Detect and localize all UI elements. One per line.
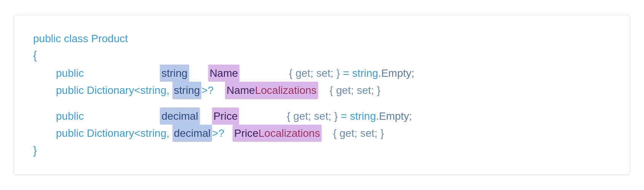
prop-name: Name (208, 65, 240, 82)
localizations-suffix-2: Localizations (258, 127, 320, 139)
keyword-public: public class Product (33, 30, 128, 47)
empty-suffix-2: .Empty; (376, 108, 412, 124)
assign-string-2: = string (338, 108, 376, 124)
prop-price-localizations: PriceLocalizations (233, 125, 322, 142)
accessor-price: { get; set; } (287, 108, 338, 124)
type-string-1: string (160, 65, 189, 82)
close-brace: } (33, 142, 37, 160)
name-string-line: public string Name { get; set; } = strin… (33, 65, 611, 82)
assign-string: = string (340, 65, 378, 81)
accessor-name-loc: { get; set; } (330, 82, 381, 98)
accessor-name: { get; set; } (289, 65, 340, 81)
empty-suffix: .Empty; (378, 65, 414, 81)
kw-public-2: public (56, 108, 84, 124)
price-dict-line: public Dictionary<string, decimal >? Pri… (33, 125, 611, 142)
prop-name-localizations-1: NameLocalizations (225, 82, 318, 99)
spacer-1 (33, 99, 611, 108)
kw-public-dict-2: public Dictionary<string, (56, 125, 172, 141)
kw-public-dict-1: public Dictionary<string, (56, 82, 172, 98)
type-decimal-1: decimal (160, 108, 199, 125)
name-dict-line: public Dictionary<string, string >? Name… (33, 82, 611, 99)
price-decimal-line: public decimal Price { get; set; } = str… (33, 108, 611, 125)
accessor-price-loc: { get; set; } (333, 125, 384, 141)
type-decimal-dict: decimal (172, 125, 212, 142)
type-string-dict-1: string (172, 82, 201, 99)
class-declaration-line: public class Product (33, 30, 611, 47)
code-display: public class Product { public string Nam… (14, 15, 630, 175)
prop-price: Price (212, 108, 239, 125)
open-brace: { (33, 47, 37, 65)
dict-close-2: >? (212, 125, 224, 141)
kw-public-1: public (56, 65, 84, 81)
localizations-suffix-1: Localizations (255, 84, 317, 96)
close-brace-line: } (33, 142, 611, 160)
open-brace-line: { (33, 47, 611, 65)
dict-close-1: >? (201, 82, 214, 98)
